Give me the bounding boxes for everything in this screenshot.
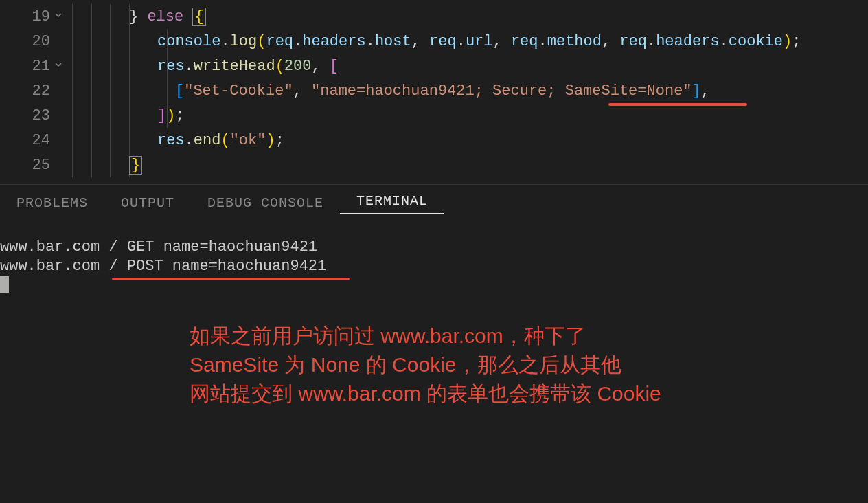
- dot: .: [220, 33, 229, 50]
- terminal-output-line: www.bar.com / POST name=haochuan9421: [0, 257, 868, 276]
- semi: ;: [175, 107, 184, 124]
- comma: ,: [293, 82, 311, 100]
- brace-open: {: [192, 8, 205, 26]
- paren: (: [257, 33, 266, 50]
- number: 200: [284, 58, 312, 75]
- line-number: 24: [23, 132, 50, 149]
- string-setcookie: "Set-Cookie": [184, 82, 293, 100]
- annotation-line1: 如果之前用户访问过 www.bar.com，种下了: [190, 322, 661, 350]
- terminal-cursor: [0, 276, 9, 293]
- tab-problems[interactable]: PROBLEMS: [0, 195, 104, 211]
- line-number: 20: [23, 33, 50, 50]
- console-obj: console: [157, 33, 220, 50]
- comma: ,: [493, 33, 511, 50]
- req-obj: req: [511, 33, 538, 50]
- paren: ): [266, 132, 275, 149]
- line-number: 21: [23, 58, 50, 75]
- req-obj: req: [619, 33, 647, 50]
- bracket: [: [330, 58, 339, 75]
- code-area[interactable]: } else { console.log(req.headers.host, r…: [65, 0, 868, 184]
- log-fn: log: [230, 33, 258, 50]
- paren: ): [783, 33, 792, 50]
- code-line-21: res.writeHead(200, [: [72, 54, 868, 78]
- terminal-area[interactable]: www.bar.com / GET name=haochuan9421 www.…: [0, 221, 868, 503]
- req-obj: req: [429, 33, 457, 50]
- line-number: 19: [23, 8, 50, 25]
- semi: ;: [275, 132, 284, 149]
- terminal-output-line: www.bar.com / GET name=haochuan9421: [0, 238, 868, 257]
- paren: (: [275, 58, 284, 75]
- code-line-25: }: [72, 153, 868, 177]
- fold-icon[interactable]: [53, 59, 64, 74]
- line-gutter: 19 20 21 22 23 24 25: [0, 0, 65, 184]
- line-row-21[interactable]: 21: [0, 54, 65, 78]
- string-cookie-value: "name=haochuan9421; Secure; SameSite=Non…: [311, 82, 692, 100]
- line-row-22[interactable]: 22: [0, 78, 65, 103]
- headers-prop: headers: [302, 33, 365, 50]
- bracket: ]: [157, 107, 166, 124]
- line-row-24[interactable]: 24: [0, 128, 65, 153]
- line-row-20[interactable]: 20: [0, 29, 65, 54]
- req-obj: req: [266, 33, 293, 50]
- bracket: [: [175, 82, 184, 100]
- paren: ): [166, 107, 175, 124]
- res-obj: res: [157, 132, 185, 149]
- annotation-underline-post: [112, 278, 350, 280]
- semi: ;: [792, 33, 801, 50]
- line-number: 23: [23, 107, 50, 124]
- code-line-24: res.end("ok");: [72, 128, 868, 153]
- code-line-19: } else {: [72, 4, 868, 29]
- end-fn: end: [194, 132, 221, 149]
- bracket: ]: [692, 82, 701, 100]
- paren: (: [220, 132, 229, 149]
- comma: ,: [411, 33, 429, 50]
- tab-debug-console[interactable]: DEBUG CONSOLE: [191, 195, 340, 211]
- cookie-prop: cookie: [729, 33, 783, 50]
- fold-icon[interactable]: [53, 10, 64, 24]
- annotation-text: 如果之前用户访问过 www.bar.com，种下了 SameSite 为 Non…: [190, 322, 661, 408]
- host-prop: host: [375, 33, 411, 50]
- brace-close: }: [129, 156, 142, 175]
- line-number: 25: [23, 157, 50, 174]
- comma: ,: [701, 82, 710, 100]
- code-line-22: ["Set-Cookie", "name=haochuan9421; Secur…: [72, 78, 868, 103]
- annotation-line2: SameSite 为 None 的 Cookie，那么之后从其他: [190, 350, 661, 379]
- comma: ,: [602, 33, 619, 50]
- line-row-19[interactable]: 19: [0, 4, 65, 29]
- string-ok: "ok": [230, 132, 266, 149]
- code-line-23: ]);: [72, 103, 868, 128]
- url-prop: url: [466, 33, 493, 50]
- panel-tabs: PROBLEMS OUTPUT DEBUG CONSOLE TERMINAL: [0, 184, 868, 221]
- line-number: 22: [23, 82, 50, 100]
- line-row-23[interactable]: 23: [0, 103, 65, 128]
- tab-output[interactable]: OUTPUT: [104, 195, 191, 211]
- writehead-fn: writeHead: [194, 58, 275, 75]
- code-line-20: console.log(req.headers.host, req.url, r…: [72, 29, 868, 54]
- method-prop: method: [547, 33, 602, 50]
- editor-area: 19 20 21 22 23 24 25 } else { con: [0, 0, 868, 184]
- res-obj: res: [157, 58, 185, 75]
- tab-terminal[interactable]: TERMINAL: [340, 193, 444, 214]
- keyword-else: else: [147, 8, 183, 25]
- annotation-line3: 网站提交到 www.bar.com 的表单也会携带该 Cookie: [190, 379, 661, 408]
- comma: ,: [311, 58, 329, 75]
- brace: }: [129, 8, 138, 25]
- line-row-25[interactable]: 25: [0, 153, 65, 177]
- headers-prop: headers: [656, 33, 719, 50]
